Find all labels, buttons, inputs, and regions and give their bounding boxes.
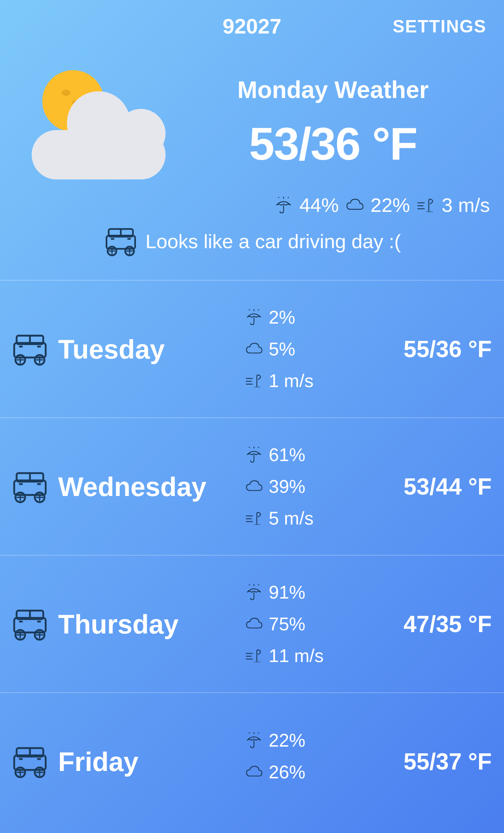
car-icon xyxy=(9,467,51,506)
day-name: Friday xyxy=(51,746,245,777)
day-cloud: 5% xyxy=(269,338,295,360)
car-icon xyxy=(9,605,51,643)
forecast-row[interactable]: Thursday 91% 75% 11 m/s 47/35 °F xyxy=(0,555,504,692)
forecast-row[interactable]: Tuesday 2% 5% 1 m/s 55/36 °F xyxy=(0,280,504,417)
day-temp: 53/44 °F xyxy=(350,473,495,500)
partly-cloudy-icon xyxy=(11,63,173,183)
forecast-row[interactable]: Wednesday 61% 39% 5 m/s 53/44 °F xyxy=(0,417,504,555)
car-icon xyxy=(9,330,51,368)
cloud-icon xyxy=(245,477,263,496)
wind-icon xyxy=(416,196,435,215)
day-wind: 5 m/s xyxy=(269,508,313,529)
day-stats: 61% 39% 5 m/s xyxy=(245,444,350,529)
wind-icon xyxy=(245,372,263,390)
today-cloud: 22% xyxy=(371,194,410,216)
cloud-icon xyxy=(345,196,364,215)
day-cloud: 75% xyxy=(269,613,305,635)
umbrella-icon xyxy=(274,196,293,215)
day-rain: 91% xyxy=(269,582,305,603)
cloud-icon xyxy=(245,615,263,633)
today-wind: 3 m/s xyxy=(442,194,490,216)
car-icon xyxy=(103,223,138,259)
day-wind: 1 m/s xyxy=(269,370,313,391)
day-stats: 2% 5% 1 m/s xyxy=(245,307,350,391)
day-temp: 55/37 °F xyxy=(350,748,495,775)
location-label[interactable]: 92027 xyxy=(175,14,329,38)
day-rain: 22% xyxy=(269,730,305,751)
umbrella-icon xyxy=(245,446,263,464)
wind-row: 5 m/s xyxy=(245,508,350,529)
day-temp: 55/36 °F xyxy=(350,336,495,362)
today-title: Monday Weather xyxy=(173,76,493,103)
wind-icon xyxy=(245,647,263,665)
day-stats: 91% 75% 11 m/s xyxy=(245,582,350,666)
umbrella-icon xyxy=(245,308,263,326)
day-name: Wednesday xyxy=(51,471,245,502)
today-message-text: Looks like a car driving day :( xyxy=(145,230,401,253)
cloud-icon xyxy=(245,763,263,781)
car-icon xyxy=(9,742,51,781)
wind-row: 1 m/s xyxy=(245,370,350,391)
forecast-row[interactable]: Friday 22% 26% 55/37 °F xyxy=(0,692,504,830)
settings-button[interactable]: SETTINGS xyxy=(332,16,486,37)
day-wind: 11 m/s xyxy=(269,645,324,666)
day-name: Tuesday xyxy=(51,334,245,365)
wind-row: 11 m/s xyxy=(245,645,350,666)
header: 92027 SETTINGS xyxy=(0,0,504,53)
umbrella-icon xyxy=(245,731,263,749)
today-message: Looks like a car driving day :( xyxy=(11,223,493,259)
umbrella-icon xyxy=(245,583,263,601)
today-rain: 44% xyxy=(299,194,339,216)
day-rain: 2% xyxy=(269,307,295,328)
today-panel: Monday Weather 53/36 °F 44% 22% 3 m/s Lo… xyxy=(0,53,504,280)
cloud-icon xyxy=(245,340,263,358)
today-stats: 44% 22% 3 m/s xyxy=(11,194,493,216)
day-rain: 61% xyxy=(269,444,305,465)
day-temp: 47/35 °F xyxy=(350,611,495,637)
day-name: Thursday xyxy=(51,609,245,639)
day-cloud: 39% xyxy=(269,476,305,497)
wind-icon xyxy=(245,509,263,527)
day-stats: 22% 26% xyxy=(245,730,350,793)
today-temp: 53/36 °F xyxy=(173,117,493,170)
day-cloud: 26% xyxy=(269,761,305,783)
